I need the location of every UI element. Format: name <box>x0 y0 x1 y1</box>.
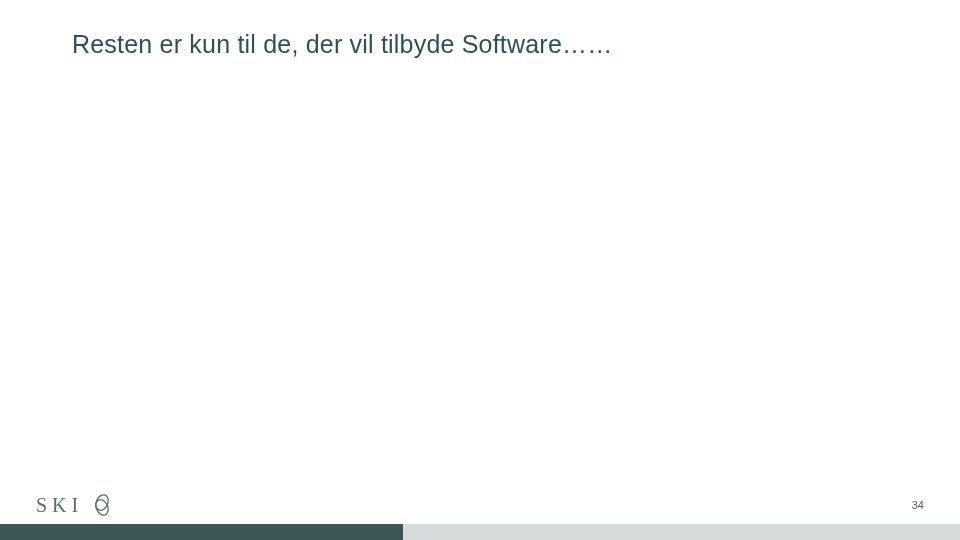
brand-logo: SKI <box>36 492 115 518</box>
brand-text: SKI <box>36 494 83 517</box>
slide-footer: SKI 34 <box>0 488 960 522</box>
brand-mark-icon <box>89 492 115 518</box>
bottom-bar-light-segment <box>403 524 960 540</box>
bottom-accent-bar <box>0 524 960 540</box>
slide-title: Resten er kun til de, der vil tilbyde So… <box>72 30 612 59</box>
page-number: 34 <box>912 499 924 511</box>
bottom-bar-dark-segment <box>0 524 403 540</box>
